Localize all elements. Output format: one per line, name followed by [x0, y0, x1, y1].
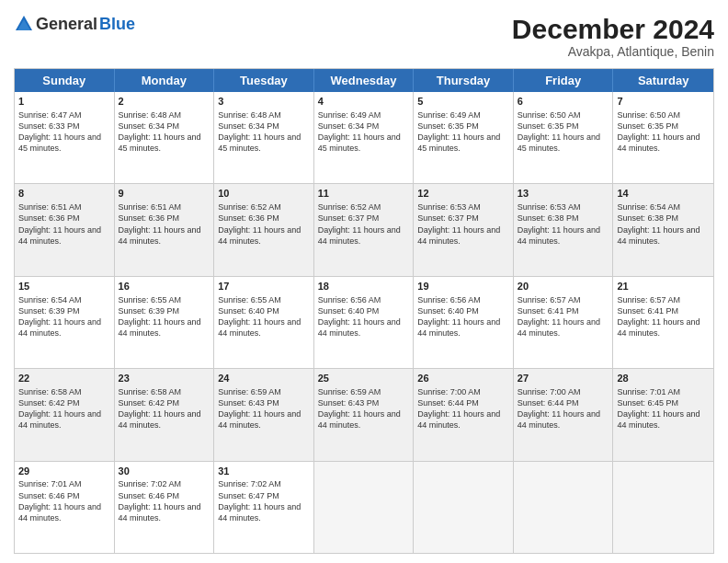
daylight-text: Daylight: 11 hours and 44 minutes.: [417, 409, 500, 430]
header-day-tuesday: Tuesday: [214, 69, 314, 92]
sunrise-text: Sunrise: 6:55 AM: [119, 295, 182, 304]
header-day-thursday: Thursday: [414, 69, 514, 92]
day-number: 30: [119, 465, 210, 478]
sunset-text: Sunset: 6:43 PM: [218, 398, 279, 408]
sunset-text: Sunset: 6:35 PM: [518, 121, 579, 131]
day-number: 10: [218, 187, 310, 201]
sunrise-text: Sunrise: 6:51 AM: [119, 202, 182, 212]
sunset-text: Sunset: 6:40 PM: [218, 306, 279, 316]
calendar-cell: 18Sunrise: 6:56 AMSunset: 6:40 PMDayligh…: [314, 277, 415, 368]
sunset-text: Sunset: 6:34 PM: [218, 121, 279, 131]
sunset-text: Sunset: 6:36 PM: [119, 213, 180, 223]
daylight-text: Daylight: 11 hours and 44 minutes.: [119, 225, 201, 246]
daylight-text: Daylight: 11 hours and 45 minutes.: [318, 132, 401, 153]
day-number: 17: [218, 280, 310, 293]
sunrise-text: Sunrise: 6:48 AM: [218, 110, 281, 120]
daylight-text: Daylight: 11 hours and 44 minutes.: [518, 317, 600, 338]
header-day-sunday: Sunday: [15, 69, 115, 92]
daylight-text: Daylight: 11 hours and 44 minutes.: [617, 225, 700, 246]
day-number: 8: [18, 187, 110, 201]
sunset-text: Sunset: 6:35 PM: [417, 121, 479, 131]
sunrise-text: Sunrise: 6:48 AM: [119, 110, 182, 120]
sunset-text: Sunset: 6:36 PM: [18, 213, 80, 223]
daylight-text: Daylight: 11 hours and 44 minutes.: [218, 317, 301, 338]
daylight-text: Daylight: 11 hours and 44 minutes.: [318, 409, 401, 430]
calendar-cell: 14Sunrise: 6:54 AMSunset: 6:38 PMDayligh…: [613, 184, 713, 275]
calendar-cell: [314, 462, 415, 553]
sunset-text: Sunset: 6:35 PM: [617, 121, 678, 131]
calendar-row-1: 1Sunrise: 6:47 AMSunset: 6:33 PMDaylight…: [15, 92, 713, 183]
daylight-text: Daylight: 11 hours and 44 minutes.: [119, 317, 201, 338]
sunrise-text: Sunrise: 6:51 AM: [18, 202, 82, 212]
daylight-text: Daylight: 11 hours and 44 minutes.: [18, 225, 101, 246]
calendar-cell: 19Sunrise: 6:56 AMSunset: 6:40 PMDayligh…: [414, 277, 514, 368]
daylight-text: Daylight: 11 hours and 44 minutes.: [18, 502, 101, 523]
header-day-wednesday: Wednesday: [314, 69, 415, 92]
sunrise-text: Sunrise: 6:52 AM: [318, 202, 381, 212]
sunrise-text: Sunrise: 6:49 AM: [417, 110, 481, 120]
calendar-cell: 5Sunrise: 6:49 AMSunset: 6:35 PMDaylight…: [414, 92, 514, 183]
sunrise-text: Sunrise: 7:00 AM: [417, 387, 481, 396]
day-number: 20: [518, 280, 609, 293]
sunrise-text: Sunrise: 6:57 AM: [617, 295, 680, 304]
day-number: 28: [617, 372, 710, 385]
calendar-cell: 21Sunrise: 6:57 AMSunset: 6:41 PMDayligh…: [613, 277, 713, 368]
day-number: 31: [218, 465, 310, 478]
sunrise-text: Sunrise: 6:59 AM: [318, 387, 381, 396]
sunrise-text: Sunrise: 7:01 AM: [617, 387, 680, 396]
sunset-text: Sunset: 6:40 PM: [318, 306, 380, 316]
calendar: SundayMondayTuesdayWednesdayThursdayFrid…: [14, 68, 714, 554]
day-number: 26: [417, 372, 509, 385]
day-number: 15: [18, 280, 110, 293]
sunset-text: Sunset: 6:46 PM: [119, 491, 180, 500]
calendar-cell: 9Sunrise: 6:51 AMSunset: 6:36 PMDaylight…: [115, 184, 215, 275]
sunrise-text: Sunrise: 6:52 AM: [218, 202, 281, 212]
sunrise-text: Sunrise: 7:01 AM: [18, 479, 82, 488]
calendar-row-2: 8Sunrise: 6:51 AMSunset: 6:36 PMDaylight…: [15, 183, 713, 275]
calendar-cell: 30Sunrise: 7:02 AMSunset: 6:46 PMDayligh…: [115, 462, 215, 553]
day-number: 27: [518, 372, 609, 385]
calendar-cell: 15Sunrise: 6:54 AMSunset: 6:39 PMDayligh…: [15, 277, 115, 368]
sunset-text: Sunset: 6:40 PM: [417, 306, 479, 316]
sunrise-text: Sunrise: 6:56 AM: [318, 295, 381, 304]
day-number: 25: [318, 372, 410, 385]
day-number: 11: [318, 187, 410, 201]
logo: General Blue: [14, 14, 135, 34]
sunrise-text: Sunrise: 6:58 AM: [18, 387, 82, 396]
logo-blue: Blue: [99, 15, 135, 34]
calendar-cell: [414, 462, 514, 553]
sunrise-text: Sunrise: 7:00 AM: [518, 387, 581, 396]
sunrise-text: Sunrise: 6:59 AM: [218, 387, 281, 396]
day-number: 12: [417, 187, 509, 201]
calendar-cell: 29Sunrise: 7:01 AMSunset: 6:46 PMDayligh…: [15, 462, 115, 553]
header-day-monday: Monday: [115, 69, 215, 92]
sunset-text: Sunset: 6:34 PM: [119, 121, 180, 131]
calendar-cell: 28Sunrise: 7:01 AMSunset: 6:45 PMDayligh…: [613, 369, 713, 460]
title-area: December 2024 Avakpa, Atlantique, Benin: [512, 14, 714, 59]
sunset-text: Sunset: 6:43 PM: [318, 398, 380, 408]
calendar-cell: 25Sunrise: 6:59 AMSunset: 6:43 PMDayligh…: [314, 369, 415, 460]
calendar-cell: 24Sunrise: 6:59 AMSunset: 6:43 PMDayligh…: [214, 369, 314, 460]
day-number: 18: [318, 280, 410, 293]
calendar-cell: 6Sunrise: 6:50 AMSunset: 6:35 PMDaylight…: [514, 92, 614, 183]
sunrise-text: Sunrise: 6:54 AM: [18, 295, 82, 304]
calendar-row-5: 29Sunrise: 7:01 AMSunset: 6:46 PMDayligh…: [15, 461, 713, 553]
header-day-saturday: Saturday: [613, 69, 713, 92]
sunrise-text: Sunrise: 6:58 AM: [119, 387, 182, 396]
daylight-text: Daylight: 11 hours and 44 minutes.: [417, 225, 500, 246]
calendar-page: General Blue December 2024 Avakpa, Atlan…: [0, 0, 728, 563]
sunrise-text: Sunrise: 6:54 AM: [617, 202, 680, 212]
day-number: 16: [119, 280, 210, 293]
logo-general: General: [36, 15, 97, 34]
day-number: 23: [119, 372, 210, 385]
sunset-text: Sunset: 6:42 PM: [119, 398, 180, 408]
calendar-cell: 13Sunrise: 6:53 AMSunset: 6:38 PMDayligh…: [514, 184, 614, 275]
sunrise-text: Sunrise: 6:55 AM: [218, 295, 281, 304]
daylight-text: Daylight: 11 hours and 44 minutes.: [617, 317, 700, 338]
daylight-text: Daylight: 11 hours and 44 minutes.: [18, 409, 101, 430]
calendar-cell: 4Sunrise: 6:49 AMSunset: 6:34 PMDaylight…: [314, 92, 415, 183]
daylight-text: Daylight: 11 hours and 45 minutes.: [218, 132, 301, 153]
daylight-text: Daylight: 11 hours and 45 minutes.: [518, 132, 600, 153]
daylight-text: Daylight: 11 hours and 45 minutes.: [417, 132, 500, 153]
sunset-text: Sunset: 6:41 PM: [617, 306, 678, 316]
